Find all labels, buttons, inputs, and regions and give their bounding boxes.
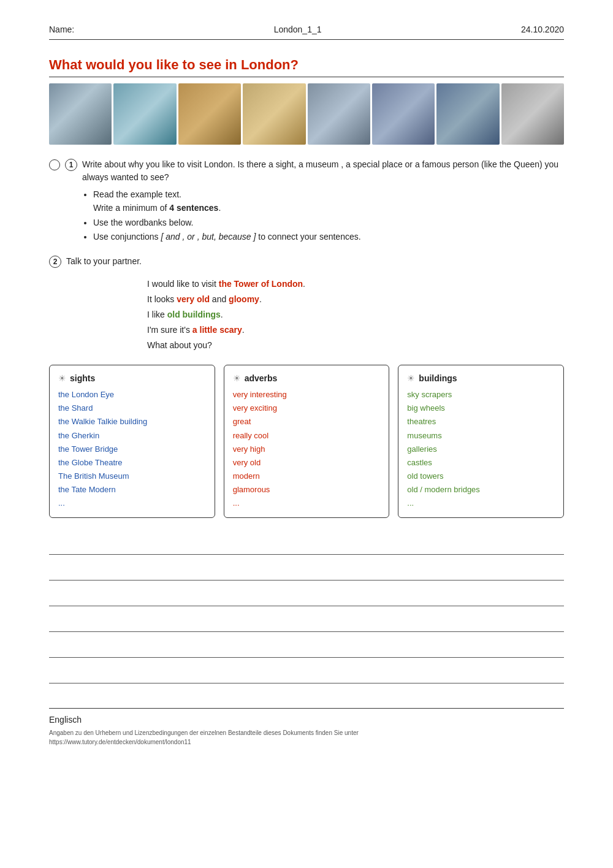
writing-line-1[interactable] [49, 531, 564, 555]
london-image-6 [372, 83, 435, 145]
building-item-4: museums [407, 429, 555, 443]
task1-bullets: Read the example text.Write a minimum of… [93, 188, 564, 244]
document-footer: Englisch Angaben zu den Urhebern und Liz… [49, 708, 564, 747]
building-item-6: castles [407, 456, 555, 470]
adverb-item-3: great [233, 415, 381, 428]
lightbulb-icon-sights: ☀ [58, 371, 66, 386]
bullet-2: Use the wordbanks below. [93, 216, 564, 229]
sight-item-ellipsis: ... [58, 497, 206, 510]
wordbank-buildings-items: sky scrapers big wheels theatres museums… [407, 388, 555, 510]
sight-item-1: the London Eye [58, 388, 206, 402]
example-sentence-4: I'm sure it's a little scary. [147, 322, 564, 338]
example-text-block: I would like to visit the Tower of Londo… [147, 276, 564, 354]
task1-circle [49, 159, 60, 170]
building-item-5: galleries [407, 443, 555, 456]
london-image-5 [308, 83, 370, 145]
sight-item-4: the Gherkin [58, 429, 206, 443]
adverb-item-6: very old [233, 456, 381, 470]
wordbank-adverbs-title: adverbs [245, 371, 278, 386]
document-title: London_1_1 [274, 25, 322, 34]
lightbulb-icon-adverbs: ☀ [233, 371, 241, 386]
wordbank-sights-header: ☀ sights [58, 371, 206, 386]
writing-lines-section [49, 531, 564, 683]
writing-line-5[interactable] [49, 634, 564, 658]
building-item-2: big wheels [407, 402, 555, 415]
example-sentence-1: I would like to visit the Tower of Londo… [147, 276, 564, 292]
london-image-2 [113, 83, 176, 145]
document-date: 24.10.2020 [521, 25, 564, 34]
london-image-3 [178, 83, 241, 145]
sight-item-6: the Globe Theatre [58, 456, 206, 470]
wordbank-adverbs-header: ☀ adverbs [233, 371, 381, 386]
adverb-item-ellipsis: ... [233, 497, 381, 510]
wordbanks-section: ☀ sights the London Eye the Shard the Wa… [49, 365, 564, 519]
adverb-item-5: very high [233, 443, 381, 456]
page-title: What would you like to see in London? [49, 57, 564, 77]
adverb-item-8: glamorous [233, 483, 381, 497]
london-image-4 [243, 83, 305, 145]
building-item-7: old towers [407, 470, 555, 483]
task1-item: 1 Write about why you like to visit Lond… [49, 158, 564, 246]
wordbank-sights-title: sights [70, 371, 95, 386]
london-image-1 [49, 83, 112, 145]
task1-text: Write about why you like to visit London… [82, 158, 564, 184]
wordbank-adverbs: ☀ adverbs very interesting very exciting… [224, 365, 390, 519]
adverb-item-7: modern [233, 470, 381, 483]
london-image-8 [501, 83, 564, 145]
lightbulb-icon-buildings: ☀ [407, 371, 415, 386]
task2-section: 2 Talk to your partner. [49, 255, 564, 268]
sight-item-8: the Tate Modern [58, 483, 206, 497]
writing-line-3[interactable] [49, 583, 564, 606]
example-sentence-3: I like old buildings. [147, 307, 564, 322]
credits-line-2: https://www.tutory.de/entdecken/dokument… [49, 739, 191, 745]
example-sentence-2: It looks very old and gloomy. [147, 292, 564, 307]
wordbank-sights: ☀ sights the London Eye the Shard the Wa… [49, 365, 215, 519]
building-item-3: theatres [407, 415, 555, 428]
building-item-8: old / modern bridges [407, 483, 555, 497]
writing-line-6[interactable] [49, 660, 564, 683]
sight-item-2: the Shard [58, 402, 206, 415]
london-images-strip [49, 83, 564, 145]
task1-number: 1 [65, 159, 77, 171]
adverb-item-4: really cool [233, 429, 381, 443]
wordbank-buildings-title: buildings [419, 371, 457, 386]
wordbank-adverbs-items: very interesting very exciting great rea… [233, 388, 381, 510]
sight-item-3: the Walkie Talkie building [58, 415, 206, 428]
sight-item-7: The British Museum [58, 470, 206, 483]
wordbank-sights-items: the London Eye the Shard the Walkie Talk… [58, 388, 206, 510]
writing-line-2[interactable] [49, 557, 564, 581]
building-item-1: sky scrapers [407, 388, 555, 402]
example-sentence-5: What about you? [147, 338, 564, 353]
footer-credits: Angaben zu den Urhebern und Lizenzbeding… [49, 728, 564, 747]
document-header: Name: London_1_1 24.10.2020 [49, 25, 564, 40]
adverb-item-1: very interesting [233, 388, 381, 402]
bullet-1: Read the example text.Write a minimum of… [93, 188, 564, 215]
task1-section: 1 Write about why you like to visit Lond… [49, 158, 564, 246]
task2-text: Talk to your partner. [66, 255, 142, 268]
wordbank-buildings-header: ☀ buildings [407, 371, 555, 386]
writing-line-4[interactable] [49, 609, 564, 632]
wordbank-buildings: ☀ buildings sky scrapers big wheels thea… [398, 365, 564, 519]
bullet-3: Use conjunctions [ and , or , but, becau… [93, 230, 564, 243]
task2-number: 2 [49, 256, 61, 268]
london-image-7 [436, 83, 499, 145]
adverb-item-2: very exciting [233, 402, 381, 415]
credits-line-1: Angaben zu den Urhebern und Lizenzbeding… [49, 729, 359, 736]
building-item-ellipsis: ... [407, 497, 555, 510]
name-label: Name: [49, 25, 74, 34]
task2-item: 2 Talk to your partner. [49, 255, 564, 268]
footer-subject: Englisch [49, 715, 564, 725]
sight-item-5: the Tower Bridge [58, 443, 206, 456]
